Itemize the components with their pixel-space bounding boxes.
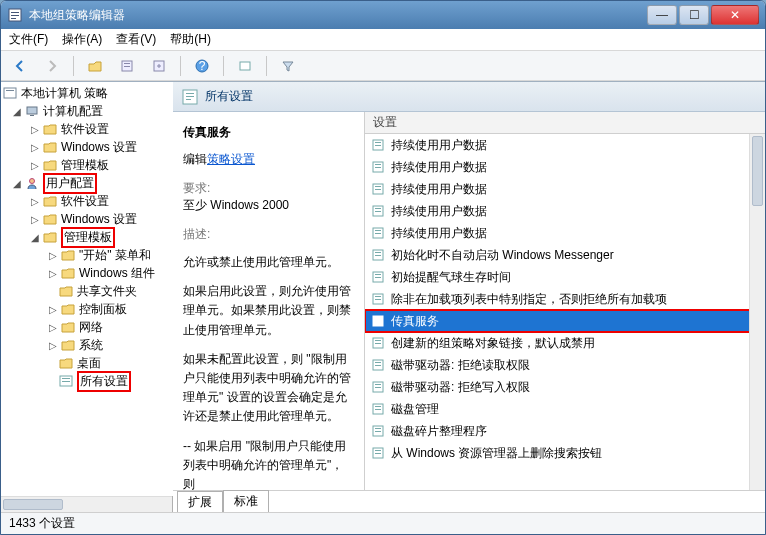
options-button[interactable] — [232, 55, 258, 77]
tree-c-software[interactable]: ▷软件设置 — [1, 120, 173, 138]
policy-item-icon — [371, 336, 385, 350]
main-area: 本地计算机 策略 ◢计算机配置 ▷软件设置 ▷Windows 设置 ▷管理模板 … — [1, 81, 765, 512]
policy-item-icon — [371, 380, 385, 394]
scrollbar-thumb[interactable] — [752, 136, 763, 206]
policy-item-icon — [371, 446, 385, 460]
tree-c-windows[interactable]: ▷Windows 设置 — [1, 138, 173, 156]
svg-text:?: ? — [199, 59, 206, 73]
maximize-button[interactable]: ☐ — [679, 5, 709, 25]
tree-u-software[interactable]: ▷软件设置 — [1, 192, 173, 210]
menu-view[interactable]: 查看(V) — [116, 31, 156, 48]
tree-computer-config[interactable]: ◢计算机配置 — [1, 102, 173, 120]
list-item[interactable]: 持续使用用户数据 — [365, 178, 765, 200]
svg-rect-42 — [375, 274, 381, 275]
list-item[interactable]: 除非在加载项列表中特别指定，否则拒绝所有加载项 — [365, 288, 765, 310]
list-item[interactable]: 创建新的组策略对象链接，默认成禁用 — [365, 332, 765, 354]
list-item[interactable]: 传真服务 — [365, 310, 765, 332]
policy-item-icon — [371, 270, 385, 284]
list-item[interactable]: 磁带驱动器: 拒绝写入权限 — [365, 376, 765, 398]
tree-label: "开始" 菜单和 — [79, 247, 151, 264]
list-item[interactable]: 持续使用用户数据 — [365, 134, 765, 156]
tree-u-admin[interactable]: ◢管理模板 — [1, 228, 173, 246]
close-button[interactable]: ✕ — [711, 5, 759, 25]
tree-network[interactable]: ▷网络 — [1, 318, 173, 336]
svg-rect-34 — [375, 211, 381, 212]
collapse-icon[interactable]: ◢ — [11, 178, 22, 189]
list-item[interactable]: 初始提醒气球生存时间 — [365, 266, 765, 288]
help-button[interactable]: ? — [189, 55, 215, 77]
tree-share-folders[interactable]: 共享文件夹 — [1, 282, 173, 300]
tree-win-components[interactable]: ▷Windows 组件 — [1, 264, 173, 282]
list-item[interactable]: 持续使用用户数据 — [365, 156, 765, 178]
expand-icon[interactable]: ▷ — [47, 268, 58, 279]
expand-icon[interactable]: ▷ — [47, 340, 58, 351]
tree-horizontal-scrollbar[interactable] — [1, 496, 172, 512]
list-item-label: 磁带驱动器: 拒绝写入权限 — [391, 379, 530, 396]
list-item[interactable]: 从 Windows 资源管理器上删除搜索按钮 — [365, 442, 765, 464]
titlebar[interactable]: 本地组策略编辑器 — ☐ ✕ — [1, 1, 765, 29]
expand-icon[interactable]: ▷ — [29, 124, 40, 135]
column-header[interactable]: 设置 — [365, 112, 765, 134]
list-item[interactable]: 初始化时不自动启动 Windows Messenger — [365, 244, 765, 266]
list-item[interactable]: 磁带驱动器: 拒绝读取权限 — [365, 354, 765, 376]
tree-desktop[interactable]: 桌面 — [1, 354, 173, 372]
forward-button[interactable] — [39, 55, 65, 77]
svg-rect-36 — [375, 230, 381, 231]
expand-icon[interactable]: ▷ — [29, 142, 40, 153]
edit-policy-link[interactable]: 策略设置 — [207, 152, 255, 166]
expand-icon[interactable]: ▷ — [47, 322, 58, 333]
menu-help[interactable]: 帮助(H) — [170, 31, 211, 48]
menu-action[interactable]: 操作(A) — [62, 31, 102, 48]
scrollbar-thumb[interactable] — [3, 499, 63, 510]
expand-icon[interactable]: ▷ — [29, 160, 40, 171]
tree-start-menu[interactable]: ▷"开始" 菜单和 — [1, 246, 173, 264]
expand-icon[interactable]: ▷ — [29, 214, 40, 225]
policy-item-icon — [371, 160, 385, 174]
list-item[interactable]: 持续使用用户数据 — [365, 200, 765, 222]
expand-icon[interactable]: ▷ — [47, 250, 58, 261]
expand-icon[interactable]: ▷ — [29, 196, 40, 207]
settings-list: 设置 持续使用用户数据持续使用用户数据持续使用用户数据持续使用用户数据持续使用用… — [365, 112, 765, 490]
statusbar: 1433 个设置 — [1, 512, 765, 534]
settings-icon — [59, 375, 73, 387]
list-body[interactable]: 持续使用用户数据持续使用用户数据持续使用用户数据持续使用用户数据持续使用用户数据… — [365, 134, 765, 490]
export-button[interactable] — [146, 55, 172, 77]
list-item-label: 持续使用用户数据 — [391, 225, 487, 242]
tree-control-panel[interactable]: ▷控制面板 — [1, 300, 173, 318]
tree-label: 软件设置 — [61, 193, 109, 210]
svg-rect-52 — [375, 343, 381, 344]
tree-c-admin[interactable]: ▷管理模板 — [1, 156, 173, 174]
vertical-scrollbar[interactable] — [749, 134, 765, 490]
tree-all-settings[interactable]: 所有设置 — [1, 372, 173, 390]
svg-rect-49 — [375, 321, 381, 322]
list-item[interactable]: 持续使用用户数据 — [365, 222, 765, 244]
minimize-button[interactable]: — — [647, 5, 677, 25]
tree-panel[interactable]: 本地计算机 策略 ◢计算机配置 ▷软件设置 ▷Windows 设置 ▷管理模板 … — [1, 82, 173, 496]
svg-rect-37 — [375, 233, 381, 234]
tree-root[interactable]: 本地计算机 策略 — [1, 84, 173, 102]
menu-file[interactable]: 文件(F) — [9, 31, 48, 48]
tree-label: 系统 — [79, 337, 103, 354]
tab-extended[interactable]: 扩展 — [177, 491, 223, 512]
back-button[interactable] — [7, 55, 33, 77]
properties-button[interactable] — [114, 55, 140, 77]
tree-system[interactable]: ▷系统 — [1, 336, 173, 354]
list-item[interactable]: 磁盘碎片整理程序 — [365, 420, 765, 442]
list-item-label: 传真服务 — [391, 313, 439, 330]
collapse-icon[interactable]: ◢ — [29, 232, 40, 243]
filter-button[interactable] — [275, 55, 301, 77]
svg-rect-46 — [375, 299, 381, 300]
list-item[interactable]: 磁盘管理 — [365, 398, 765, 420]
collapse-icon[interactable]: ◢ — [11, 106, 22, 117]
svg-rect-27 — [375, 164, 381, 165]
policy-item-icon — [371, 204, 385, 218]
tab-standard[interactable]: 标准 — [223, 490, 269, 512]
expand-icon[interactable]: ▷ — [47, 304, 58, 315]
tree-u-windows[interactable]: ▷Windows 设置 — [1, 210, 173, 228]
svg-rect-63 — [375, 428, 381, 429]
tree-label: 管理模板 — [61, 157, 109, 174]
content-title: 所有设置 — [205, 88, 253, 105]
tree-user-config[interactable]: ◢用户配置 — [1, 174, 173, 192]
up-level-button[interactable] — [82, 55, 108, 77]
tree-label: 控制面板 — [79, 301, 127, 318]
